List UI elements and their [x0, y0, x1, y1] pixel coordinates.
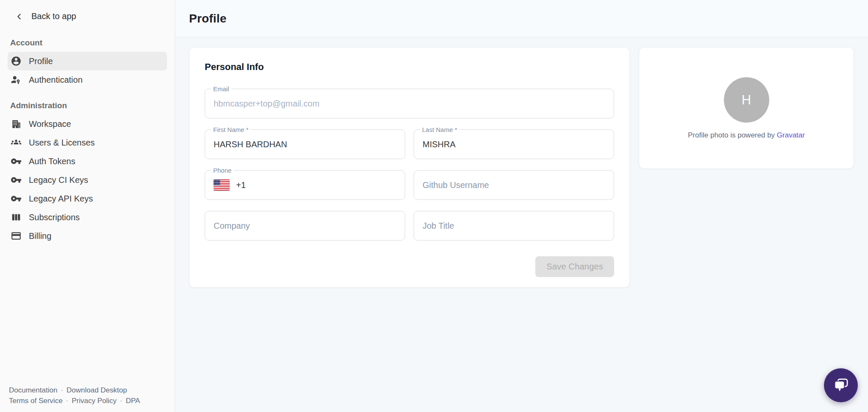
footer-link-privacy-policy[interactable]: Privacy Policy: [72, 397, 117, 405]
footer-link-terms-of-service[interactable]: Terms of Service: [9, 397, 63, 405]
footer-separator: ·: [61, 386, 63, 394]
main-area: Profile Personal Info Email First Name *…: [175, 0, 868, 412]
sidebar-item-label: Auth Tokens: [29, 157, 75, 166]
key-icon: [11, 193, 22, 204]
sidebar-item-label: Billing: [29, 231, 51, 241]
phone-label: Phone: [211, 167, 234, 174]
email-input[interactable]: [205, 89, 614, 118]
footer-link-dpa[interactable]: DPA: [126, 397, 140, 405]
gravatar-caption: Profile photo is powered by Gravatar: [688, 131, 805, 140]
avatar-initial: H: [742, 92, 751, 108]
sidebar-item-billing[interactable]: Billing: [8, 227, 167, 245]
footer-link-documentation[interactable]: Documentation: [9, 386, 57, 394]
company-input[interactable]: [205, 211, 405, 240]
chat-launcher-button[interactable]: [824, 368, 858, 402]
sidebar-item-label: Profile: [29, 56, 53, 66]
account-circle-icon: [11, 56, 22, 67]
first-name-input[interactable]: [205, 130, 405, 159]
key-icon: [11, 156, 22, 167]
sidebar-item-workspace[interactable]: Workspace: [8, 115, 167, 133]
sidebar-item-profile[interactable]: Profile: [8, 52, 167, 70]
email-field: Email: [205, 89, 614, 118]
footer-row-2: Terms of Service·Privacy Policy·DPA: [9, 395, 140, 406]
company-field: [205, 211, 405, 241]
avatar: H: [724, 77, 769, 123]
last-name-label: Last Name *: [420, 126, 459, 133]
person-key-icon: [11, 74, 22, 85]
gravatar-caption-text: Profile photo is powered by: [688, 131, 775, 139]
footer-link-download-desktop[interactable]: Download Desktop: [67, 386, 127, 394]
sidebar-item-label: Authentication: [29, 75, 83, 85]
personal-info-title: Personal Info: [205, 62, 614, 73]
sidebar-item-subscriptions[interactable]: Subscriptions: [8, 208, 167, 227]
save-changes-button[interactable]: Save Changes: [535, 256, 614, 277]
sidebar-item-label: Legacy API Keys: [29, 194, 93, 204]
sidebar-item-users-licenses[interactable]: Users & Licenses: [8, 133, 167, 152]
page-title: Profile: [189, 12, 227, 25]
back-to-app-button[interactable]: Back to app: [14, 11, 175, 21]
bars-icon: [11, 212, 22, 223]
people-group-icon: [11, 137, 22, 148]
page-header: Profile: [175, 0, 868, 37]
job-title-input[interactable]: [414, 211, 614, 240]
gravatar-link[interactable]: Gravatar: [777, 131, 805, 139]
content-area: Personal Info Email First Name * Last Na…: [175, 37, 868, 288]
back-to-app-label: Back to app: [31, 11, 76, 21]
first-name-label: First Name *: [211, 126, 250, 133]
sidebar-footer: Documentation·Download Desktop Terms of …: [9, 385, 140, 406]
sidebar-item-auth-tokens[interactable]: Auth Tokens: [8, 152, 167, 171]
gravatar-card: H Profile photo is powered by Gravatar: [639, 47, 854, 169]
chevron-left-icon: [14, 12, 24, 21]
sidebar-item-label: Users & Licenses: [29, 138, 95, 148]
key-icon: [11, 174, 22, 185]
section-header-administration: Administration: [10, 101, 175, 110]
sidebar-item-label: Subscriptions: [29, 213, 80, 222]
github-username-input[interactable]: [414, 171, 614, 199]
last-name-input[interactable]: [414, 130, 614, 159]
sidebar-item-legacy-ci-keys[interactable]: Legacy CI Keys: [8, 171, 167, 189]
personal-info-card: Personal Info Email First Name * Last Na…: [189, 47, 630, 288]
credit-card-icon: [11, 230, 22, 241]
footer-row-1: Documentation·Download Desktop: [9, 385, 140, 395]
footer-separator: ·: [120, 397, 122, 405]
chat-bubbles-icon: [832, 376, 850, 395]
section-header-account: Account: [10, 38, 175, 48]
email-label: Email: [211, 85, 231, 92]
job-title-field: [414, 211, 614, 241]
sidebar-item-authentication[interactable]: Authentication: [8, 70, 167, 89]
sidebar: Back to app Account Profile Authenticati…: [0, 0, 175, 412]
sidebar-item-legacy-api-keys[interactable]: Legacy API Keys: [8, 189, 167, 208]
first-name-field: First Name *: [205, 129, 405, 159]
last-name-field: Last Name *: [414, 129, 614, 159]
phone-field: Phone: [205, 170, 405, 200]
building-icon: [11, 118, 22, 129]
footer-separator: ·: [66, 397, 69, 405]
github-username-field: [414, 170, 614, 200]
us-flag-icon[interactable]: [214, 179, 230, 191]
phone-input[interactable]: [230, 171, 405, 199]
sidebar-item-label: Legacy CI Keys: [29, 175, 88, 185]
sidebar-item-label: Workspace: [29, 119, 71, 129]
